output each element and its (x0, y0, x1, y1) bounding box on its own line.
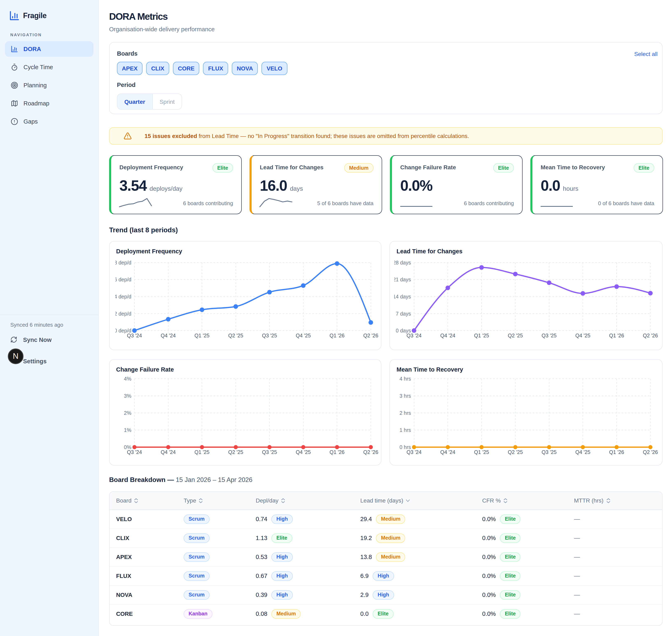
svg-text:4 hrs: 4 hrs (400, 376, 411, 382)
svg-text:Q3 '25: Q3 '25 (542, 449, 557, 455)
svg-text:1.2 dep/d: 1.2 dep/d (110, 311, 131, 317)
svg-text:Q4 '24: Q4 '24 (441, 333, 455, 338)
svg-text:Q4 '24: Q4 '24 (161, 333, 176, 338)
svg-text:1%: 1% (124, 427, 131, 433)
svg-text:Q1 '26: Q1 '26 (609, 333, 624, 338)
svg-text:Q2 '25: Q2 '25 (228, 333, 243, 338)
svg-text:Q4 '25: Q4 '25 (575, 333, 590, 338)
svg-text:1 hrs: 1 hrs (400, 427, 411, 433)
svg-text:Q4 '25: Q4 '25 (575, 449, 590, 455)
svg-text:28 days: 28 days (393, 260, 411, 265)
svg-text:2 hrs: 2 hrs (400, 410, 411, 416)
svg-text:Q1 '25: Q1 '25 (474, 449, 489, 455)
svg-text:3.6 dep/d: 3.6 dep/d (110, 277, 131, 282)
svg-text:Q2 '26: Q2 '26 (643, 449, 658, 455)
svg-text:Q3 '24: Q3 '24 (127, 333, 142, 338)
svg-text:4.8 dep/d: 4.8 dep/d (110, 260, 131, 265)
svg-text:Q2 '26: Q2 '26 (363, 333, 379, 338)
svg-text:Q2 '25: Q2 '25 (228, 449, 243, 455)
svg-text:4%: 4% (124, 376, 131, 382)
svg-text:7 days: 7 days (396, 311, 411, 317)
svg-text:Q3 '25: Q3 '25 (542, 333, 557, 338)
svg-text:Q1 '25: Q1 '25 (474, 333, 489, 338)
svg-text:Q4 '24: Q4 '24 (441, 449, 455, 455)
svg-text:Q2 '25: Q2 '25 (508, 333, 523, 338)
svg-text:Q2 '26: Q2 '26 (363, 449, 379, 455)
svg-text:Q3 '25: Q3 '25 (262, 333, 277, 338)
svg-text:Q1 '26: Q1 '26 (609, 449, 624, 455)
svg-text:Q1 '26: Q1 '26 (330, 333, 345, 338)
svg-text:2.4 dep/d: 2.4 dep/d (110, 294, 131, 299)
svg-text:Q3 '24: Q3 '24 (407, 449, 422, 455)
svg-text:Q1 '25: Q1 '25 (195, 333, 209, 338)
svg-text:Q3 '24: Q3 '24 (127, 449, 142, 455)
svg-text:Q4 '24: Q4 '24 (161, 449, 176, 455)
svg-text:2%: 2% (124, 410, 131, 416)
svg-text:14 days: 14 days (393, 294, 411, 299)
svg-text:3%: 3% (124, 393, 131, 399)
svg-text:Q1 '25: Q1 '25 (195, 449, 209, 455)
svg-text:Q2 '25: Q2 '25 (508, 449, 523, 455)
svg-text:Q3 '25: Q3 '25 (262, 449, 277, 455)
svg-text:3 hrs: 3 hrs (400, 393, 411, 399)
svg-text:Q4 '25: Q4 '25 (296, 449, 311, 455)
svg-text:21 days: 21 days (393, 277, 411, 282)
svg-text:Q3 '24: Q3 '24 (407, 333, 422, 338)
svg-text:Q4 '25: Q4 '25 (296, 333, 311, 338)
svg-text:Q1 '26: Q1 '26 (330, 449, 345, 455)
svg-text:Q2 '26: Q2 '26 (643, 333, 658, 338)
